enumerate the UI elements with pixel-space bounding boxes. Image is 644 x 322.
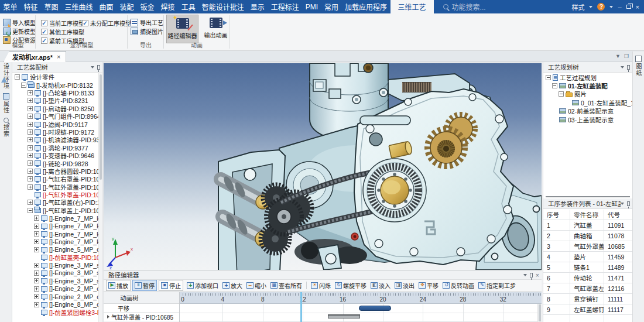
pe-button-assign[interactable]: 指定到工步	[477, 280, 518, 290]
timeline[interactable]: 048121620242832	[180, 292, 542, 322]
menu-item-0[interactable]: 菜单	[0, 0, 20, 13]
checkbox-unassigned-process-model[interactable]: ✓未分配工序模型	[82, 19, 131, 28]
panel-close-icon[interactable]: ×	[536, 272, 539, 279]
menu-item-11[interactable]: 工程标注	[268, 0, 302, 13]
tree-item[interactable]: []-机油滤油器-PID:934	[12, 136, 98, 143]
tree-expander-icon[interactable]	[28, 176, 33, 181]
tree-item[interactable]: []-Engine_3_MP_sh	[12, 261, 98, 269]
minimize-button[interactable]: –	[618, 4, 621, 11]
tree-item[interactable]: []-离合器圆毂-PID:106	[12, 167, 98, 175]
update-model-button[interactable]: 更新模型	[3, 27, 36, 36]
tree-item[interactable]: []-Engine_3_MP_sh	[12, 269, 98, 277]
sidetab-properties[interactable]: 属性	[0, 101, 12, 114]
sidetab-sheet[interactable]: 图纸	[633, 63, 644, 76]
table-row[interactable]: 2曲轴箱11078	[543, 231, 632, 241]
pin-icon[interactable]	[530, 273, 533, 278]
tree-item[interactable]: []-时规链-PID:9172	[12, 128, 98, 136]
document-tab[interactable]: 发动机xr.aps* ×	[4, 51, 66, 62]
tree-expander-icon[interactable]	[28, 137, 33, 142]
pe-button-zoomout[interactable]: 缩小	[245, 280, 268, 290]
panel-menu-icon[interactable]	[621, 203, 624, 205]
tree-expander-icon[interactable]	[34, 294, 39, 299]
menu-item-7[interactable]: 焊接	[157, 0, 178, 13]
panel-menu-icon[interactable]	[91, 66, 94, 68]
tree-expander-icon[interactable]	[28, 106, 33, 111]
tree-item[interactable]: 设计零件	[12, 73, 98, 81]
tree-expander-icon[interactable]	[28, 184, 33, 190]
tree-expander-icon[interactable]	[28, 153, 33, 158]
tree-item[interactable]: 工艺过程规划	[543, 73, 632, 81]
table-column-header[interactable]: 序号	[543, 210, 570, 220]
table-column-header[interactable]: 零件名称	[570, 210, 604, 220]
tree-item[interactable]: []-气缸罩盖上-PID:106	[12, 207, 98, 214]
function-search[interactable]: 功能搜索...	[443, 0, 486, 13]
tree-item[interactable]: []-前缸盖壳-PID:10	[12, 254, 98, 261]
scrollbar[interactable]	[98, 73, 102, 322]
table-row[interactable]: 8贯穿销钉11111	[543, 294, 632, 304]
import-model-button[interactable]: 导入模型	[3, 18, 36, 27]
tree-expander-icon[interactable]	[34, 286, 39, 292]
panel-splitter[interactable]	[546, 196, 630, 197]
tree-expander-icon[interactable]	[34, 231, 39, 237]
tree-item[interactable]: []-气缸外罩盖-PID:106	[12, 183, 98, 190]
tree-expander-icon[interactable]	[21, 83, 26, 88]
pe-button-viewall[interactable]: 查看所有	[269, 280, 304, 290]
menu-item-14[interactable]: 加载应用程序	[342, 0, 390, 13]
animation-tree-row[interactable]: 气缸外罩盖 - PID:10685	[104, 313, 179, 321]
tree-item[interactable]: []-Engine_3_MP_sh	[12, 277, 98, 285]
tree-item[interactable]: []-启动器-PID:8250	[12, 105, 98, 112]
table-row[interactable]: 7气缸罩盖左12116	[543, 283, 632, 294]
tree-item[interactable]: []-前盖紧固螺栓3-P	[12, 309, 98, 316]
help-button[interactable]: ?	[597, 3, 605, 11]
pe-button-zoomin[interactable]: 放大	[221, 280, 244, 290]
menu-item-5[interactable]: 装配	[117, 0, 137, 13]
table-row[interactable]: 4垫片11459	[543, 252, 632, 262]
pin-icon[interactable]	[97, 65, 100, 70]
panel-dropdown-icon[interactable]: ▼	[615, 53, 621, 59]
tree-item[interactable]: []-链轮-PID:9828	[12, 159, 98, 167]
menu-item-13[interactable]: 常用	[321, 0, 342, 13]
tree-expander-icon[interactable]	[34, 239, 39, 244]
tree-item[interactable]: []-Engine_7_MP_kl	[12, 230, 98, 238]
timeline-bar-pill[interactable]	[359, 306, 391, 311]
tree-item[interactable]: []-Engine_7_MP_kl	[12, 238, 98, 245]
panel-menu-icon[interactable]	[621, 66, 624, 68]
pe-button-play[interactable]: 播放	[106, 280, 131, 291]
timeline-playhead[interactable]	[300, 292, 302, 322]
tree-expander-icon[interactable]	[28, 98, 33, 103]
timeline-scrollbar[interactable]	[537, 304, 542, 322]
tree-expander-icon[interactable]	[28, 160, 33, 166]
tree-item[interactable]: []-Engine_2_MP_cy	[12, 285, 98, 293]
tree-item[interactable]: []-气缸罩盖(右)-PID:10	[12, 198, 98, 206]
pe-button-reverse[interactable]: 反转动画	[441, 280, 476, 290]
tree-item[interactable]: 01-左缸盖装配	[543, 81, 632, 90]
tree-item[interactable]: []-气缸右罩盖-PID:106	[12, 175, 98, 183]
tree-expander-icon[interactable]	[28, 200, 33, 205]
tree-expander-icon[interactable]	[28, 122, 33, 127]
table-row[interactable]: 6传动轮11471	[543, 273, 632, 283]
tree-item[interactable]: []-气门组件-PID:8964	[12, 112, 98, 120]
pe-button-pan[interactable]: 平移	[417, 280, 440, 290]
pe-button-spiral[interactable]: 螺旋平移	[333, 280, 368, 290]
tree-expander-icon[interactable]	[546, 75, 551, 80]
tree-item[interactable]: []-垫片-PID:8231	[12, 97, 98, 104]
tree-item[interactable]: 03-上盖装配示意	[543, 115, 632, 124]
table-row[interactable]: 5链条111489	[543, 262, 632, 273]
tree-item[interactable]: []-发动机xr-PID:8132	[12, 81, 98, 88]
menu-item-10[interactable]: 显示	[247, 0, 268, 13]
menu-item-8[interactable]: 工具	[178, 0, 198, 13]
sidetab-design-env[interactable]: 设计环境	[0, 63, 12, 89]
tree-expander-icon[interactable]	[34, 224, 39, 229]
document-tab-close-icon[interactable]: ×	[57, 53, 60, 60]
tree-expander-icon[interactable]	[552, 83, 557, 88]
pe-button-flash[interactable]: 闪烁	[309, 280, 333, 290]
tab-3d-process[interactable]: 三维工艺	[390, 0, 434, 13]
tree-item[interactable]: []-涡轮-PID:9377	[12, 144, 98, 152]
table-row[interactable]: 9左缸盖螺钉111117	[543, 304, 632, 315]
table-column-header[interactable]: 代号	[604, 210, 632, 220]
menu-item-1[interactable]: 特征	[20, 0, 41, 13]
pe-button-fadein[interactable]: 淡入	[369, 280, 392, 290]
tree-expander-icon[interactable]	[28, 208, 33, 213]
table-row[interactable]: 3气缸外罩盖10685	[543, 241, 632, 252]
tree-expander-icon[interactable]	[28, 129, 33, 135]
